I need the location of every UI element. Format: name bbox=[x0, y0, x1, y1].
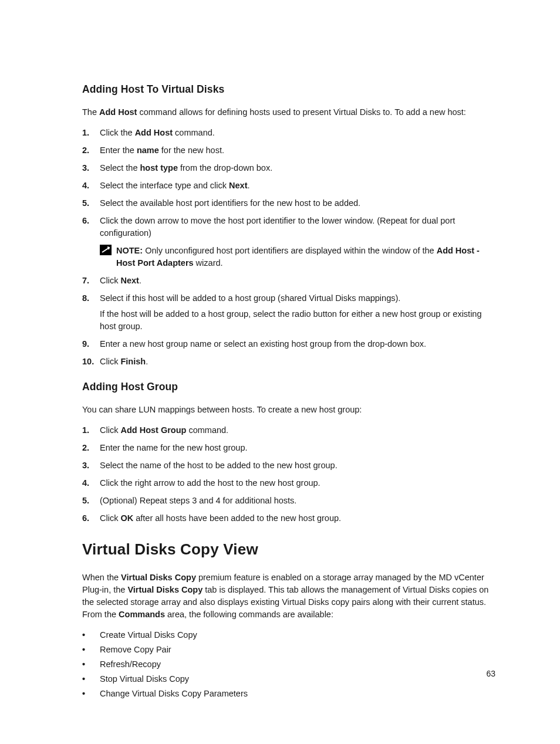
intro-adding-host-group: You can share LUN mappings between hosts… bbox=[82, 404, 495, 416]
step-body: Click the right arrow to add the host to… bbox=[100, 477, 495, 489]
text-bold: Virtual Disks Copy bbox=[121, 573, 196, 582]
steps-adding-host: 1.Click the Add Host command.2.Enter the… bbox=[82, 127, 495, 367]
bullet-text: Refresh/Recopy bbox=[100, 658, 161, 671]
step-subtext: If the host will be added to a host grou… bbox=[100, 308, 495, 333]
bullet-text: Create Virtual Disks Copy bbox=[100, 629, 197, 641]
step-number: 2. bbox=[82, 144, 100, 157]
list-item: 4.Select the interface type and click Ne… bbox=[82, 180, 495, 192]
step-body: Enter a new host group name or select an… bbox=[100, 338, 495, 350]
step-body: Click Finish. bbox=[100, 356, 495, 368]
heading-virtual-disks-copy-view: Virtual Disks Copy View bbox=[82, 539, 495, 561]
step-number: 1. bbox=[82, 424, 100, 437]
text: command allows for defining hosts used t… bbox=[137, 107, 465, 117]
step-number: 4. bbox=[82, 477, 100, 489]
step-body: Select the available host port identifie… bbox=[100, 197, 495, 209]
step-number: 2. bbox=[82, 442, 100, 454]
list-item: •Refresh/Recopy bbox=[82, 658, 495, 671]
list-item: •Change Virtual Disks Copy Parameters bbox=[82, 688, 495, 700]
bullet-text: Stop Virtual Disks Copy bbox=[100, 673, 189, 685]
note-icon bbox=[100, 245, 112, 255]
heading-adding-host-group: Adding Host Group bbox=[82, 380, 495, 394]
step-number: 8. bbox=[82, 292, 100, 305]
list-item: 6.Click the down arrow to move the host … bbox=[82, 215, 495, 269]
list-item: 9.Enter a new host group name or select … bbox=[82, 338, 495, 350]
step-number: 1. bbox=[82, 127, 100, 139]
note: NOTE: Only unconfigured host port identi… bbox=[100, 245, 495, 269]
step-number: 4. bbox=[82, 180, 100, 192]
list-item: 8.Select if this host will be added to a… bbox=[82, 292, 495, 333]
bullet-dot: • bbox=[82, 688, 100, 699]
heading-adding-host: Adding Host To Virtual Disks bbox=[82, 82, 495, 97]
step-body: Select the interface type and click Next… bbox=[100, 180, 495, 192]
page-number: 63 bbox=[486, 668, 495, 679]
list-item: 2.Enter the name for the new host. bbox=[82, 144, 495, 157]
text-bold: Virtual Disks Copy bbox=[127, 585, 203, 594]
step-body: Click the down arrow to move the host po… bbox=[100, 215, 495, 269]
step-number: 10. bbox=[82, 356, 100, 368]
step-number: 6. bbox=[82, 215, 100, 227]
step-number: 3. bbox=[82, 459, 100, 472]
step-number: 3. bbox=[82, 162, 100, 174]
list-item: 4.Click the right arrow to add the host … bbox=[82, 477, 495, 489]
step-body: Click Add Host Group command. bbox=[100, 424, 495, 437]
bullet-text: Remove Copy Pair bbox=[100, 644, 171, 656]
list-item: 3.Select the host type from the drop-dow… bbox=[82, 162, 495, 174]
step-number: 5. bbox=[82, 197, 100, 209]
list-item: 10.Click Finish. bbox=[82, 356, 495, 368]
step-body: Select the name of the host to be added … bbox=[100, 459, 495, 472]
list-item: 3.Select the name of the host to be adde… bbox=[82, 459, 495, 472]
step-body: Click Next. bbox=[100, 275, 495, 287]
step-body: Enter the name for the new host group. bbox=[100, 442, 495, 454]
step-body: Enter the name for the new host. bbox=[100, 144, 495, 157]
step-body: Select the host type from the drop-down … bbox=[100, 162, 495, 174]
step-number: 6. bbox=[82, 512, 100, 525]
bullet-dot: • bbox=[82, 644, 100, 655]
para-virtual-disks-copy: When the Virtual Disks Copy premium feat… bbox=[82, 571, 495, 621]
list-item: •Stop Virtual Disks Copy bbox=[82, 673, 495, 685]
step-body: Click OK after all hosts have been added… bbox=[100, 512, 495, 525]
step-number: 9. bbox=[82, 338, 100, 350]
list-item: 1.Click Add Host Group command. bbox=[82, 424, 495, 437]
list-item: •Create Virtual Disks Copy bbox=[82, 629, 495, 641]
intro-adding-host: The Add Host command allows for defining… bbox=[82, 106, 495, 119]
list-item: 6.Click OK after all hosts have been add… bbox=[82, 512, 495, 525]
document-page: Adding Host To Virtual Disks The Add Hos… bbox=[0, 0, 560, 744]
step-body: Click the Add Host command. bbox=[100, 127, 495, 139]
step-body: (Optional) Repeat steps 3 and 4 for addi… bbox=[100, 495, 495, 507]
bullet-dot: • bbox=[82, 629, 100, 641]
text-bold: Commands bbox=[119, 610, 165, 619]
list-item: 5.Select the available host port identif… bbox=[82, 197, 495, 209]
bullet-dot: • bbox=[82, 673, 100, 685]
bullets-commands: •Create Virtual Disks Copy•Remove Copy P… bbox=[82, 629, 495, 700]
text-bold: Add Host bbox=[99, 107, 137, 117]
text: area, the following commands are availab… bbox=[165, 610, 333, 619]
text: The bbox=[82, 107, 99, 117]
steps-adding-host-group: 1.Click Add Host Group command.2.Enter t… bbox=[82, 424, 495, 525]
text: When the bbox=[82, 573, 121, 582]
bullet-dot: • bbox=[82, 658, 100, 670]
step-number: 7. bbox=[82, 275, 100, 287]
list-item: 5.(Optional) Repeat steps 3 and 4 for ad… bbox=[82, 495, 495, 507]
list-item: 2.Enter the name for the new host group. bbox=[82, 442, 495, 454]
list-item: 1.Click the Add Host command. bbox=[82, 127, 495, 139]
step-body: Select if this host will be added to a h… bbox=[100, 292, 495, 333]
step-number: 5. bbox=[82, 495, 100, 507]
bullet-text: Change Virtual Disks Copy Parameters bbox=[100, 688, 248, 700]
list-item: •Remove Copy Pair bbox=[82, 644, 495, 656]
list-item: 7.Click Next. bbox=[82, 275, 495, 287]
